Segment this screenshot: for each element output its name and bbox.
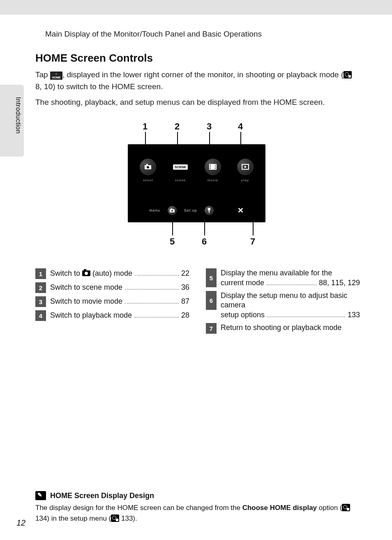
camera-icon xyxy=(82,270,90,276)
reference-icon xyxy=(111,515,119,522)
text: Tap xyxy=(35,70,50,79)
svg-rect-13 xyxy=(171,208,172,209)
legend-text: Switch to playback mode28 xyxy=(46,310,189,320)
svg-rect-6 xyxy=(210,168,211,169)
svg-point-2 xyxy=(147,166,149,168)
callout-1: 1 xyxy=(143,121,148,132)
svg-rect-8 xyxy=(215,166,216,167)
close-button[interactable]: ✕ xyxy=(238,206,244,215)
legend-row: 5Display the menu available for the curr… xyxy=(206,268,360,288)
note-title: HOME Screen Display Design xyxy=(50,492,154,500)
setup-button[interactable] xyxy=(205,206,214,215)
legend-number: 6 xyxy=(206,291,217,310)
note-body: The display design for the HOME screen c… xyxy=(35,503,360,524)
callout-2: 2 xyxy=(175,121,180,132)
legend-row: 4Switch to playback mode28 xyxy=(35,310,189,321)
note-icon xyxy=(35,491,46,500)
note-section: HOME Screen Display Design The display d… xyxy=(35,491,360,524)
legend-text: Switch to (auto) mode22 xyxy=(46,268,189,278)
scene-button[interactable]: SCENE scene xyxy=(169,159,192,182)
text: option ( xyxy=(317,504,342,512)
legend: 1Switch to (auto) mode222Switch to scene… xyxy=(35,268,360,337)
movie-button[interactable]: movie xyxy=(201,159,224,182)
legend-text: Display the menu available for the curre… xyxy=(217,268,360,288)
svg-rect-4 xyxy=(210,165,211,166)
text: 133). xyxy=(119,515,137,522)
text-bold: Choose HOME display xyxy=(242,504,317,512)
legend-number: 5 xyxy=(206,268,217,287)
legend-row: 6Display the setup menu to adjust basic … xyxy=(206,291,360,320)
icon-row-bottom: menu Set up ✕ xyxy=(128,206,265,215)
svg-rect-16 xyxy=(209,210,210,213)
menu-button[interactable] xyxy=(168,206,177,215)
play-button[interactable]: play xyxy=(234,159,257,182)
page-number: 12 xyxy=(16,518,25,528)
label: scene xyxy=(169,178,192,182)
legend-number: 2 xyxy=(35,282,46,293)
legend-row: 3Switch to movie mode87 xyxy=(35,296,189,307)
callout-5: 5 xyxy=(170,236,175,247)
callout-3: 3 xyxy=(207,121,212,132)
callout-line xyxy=(253,217,254,235)
play-icon xyxy=(237,159,254,175)
sidebar-label: Introduction xyxy=(14,97,22,134)
legend-row: 7Return to shooting or playback mode xyxy=(206,323,360,334)
label: shoot xyxy=(136,178,159,182)
callout-7: 7 xyxy=(250,236,255,247)
svg-point-14 xyxy=(171,210,173,212)
text: 8, 10) to switch to the HOME screen. xyxy=(35,82,163,91)
legend-row: 1Switch to (auto) mode22 xyxy=(35,268,189,279)
intro-paragraph-2: The shooting, playback, and setup menus … xyxy=(35,96,360,108)
callout-line xyxy=(172,217,173,235)
label: play xyxy=(234,178,257,182)
legend-number: 7 xyxy=(206,323,217,334)
svg-marker-11 xyxy=(244,166,247,168)
scene-icon: SCENE xyxy=(172,159,189,175)
callout-line xyxy=(204,217,205,235)
reference-icon xyxy=(342,504,350,511)
legend-text: Switch to scene mode36 xyxy=(46,282,189,292)
camera-screen: shoot SCENE scene movie play xyxy=(128,144,265,222)
movie-icon xyxy=(205,159,221,175)
legend-number: 4 xyxy=(35,310,46,321)
label: movie xyxy=(201,178,224,182)
legend-left: 1Switch to (auto) mode222Switch to scene… xyxy=(35,268,189,337)
reference-icon xyxy=(344,71,352,78)
legend-right: 5Display the menu available for the curr… xyxy=(206,268,360,337)
home-screen-diagram: 1 2 3 4 shoot SCENE scene xyxy=(70,125,325,244)
svg-rect-7 xyxy=(215,165,216,166)
callout-4: 4 xyxy=(238,121,243,132)
svg-rect-1 xyxy=(146,164,148,165)
camera-icon xyxy=(140,159,156,175)
note-header: HOME Screen Display Design xyxy=(35,491,360,500)
callout-6: 6 xyxy=(202,236,207,247)
content-area: HOME Screen Controls Tap HOME, displayed… xyxy=(35,52,360,337)
text: 134) in the setup menu ( xyxy=(35,515,111,522)
icon-row-top: shoot SCENE scene movie play xyxy=(128,159,265,182)
section-title: HOME Screen Controls xyxy=(35,52,360,65)
intro-paragraph-1: Tap HOME, displayed in the lower right c… xyxy=(35,69,360,93)
svg-rect-9 xyxy=(215,168,216,169)
svg-rect-5 xyxy=(210,166,211,167)
legend-row: 2Switch to scene mode36 xyxy=(35,282,189,293)
manual-page: Main Display of the Monitor/Touch Panel … xyxy=(0,15,392,540)
text: , displayed in the lower right corner of… xyxy=(62,70,344,79)
legend-number: 1 xyxy=(35,268,46,279)
home-icon: HOME xyxy=(50,72,62,80)
legend-text: Display the setup menu to adjust basic c… xyxy=(217,291,360,320)
legend-text: Switch to movie mode87 xyxy=(46,296,189,306)
menu-label: menu xyxy=(149,208,160,212)
chapter-header: Main Display of the Monitor/Touch Panel … xyxy=(45,30,262,39)
text: The display design for the HOME screen c… xyxy=(35,504,242,512)
legend-text: Return to shooting or playback mode xyxy=(217,323,360,332)
setup-label: Set up xyxy=(184,208,197,212)
shoot-button[interactable]: shoot xyxy=(136,159,159,182)
legend-number: 3 xyxy=(35,296,46,307)
